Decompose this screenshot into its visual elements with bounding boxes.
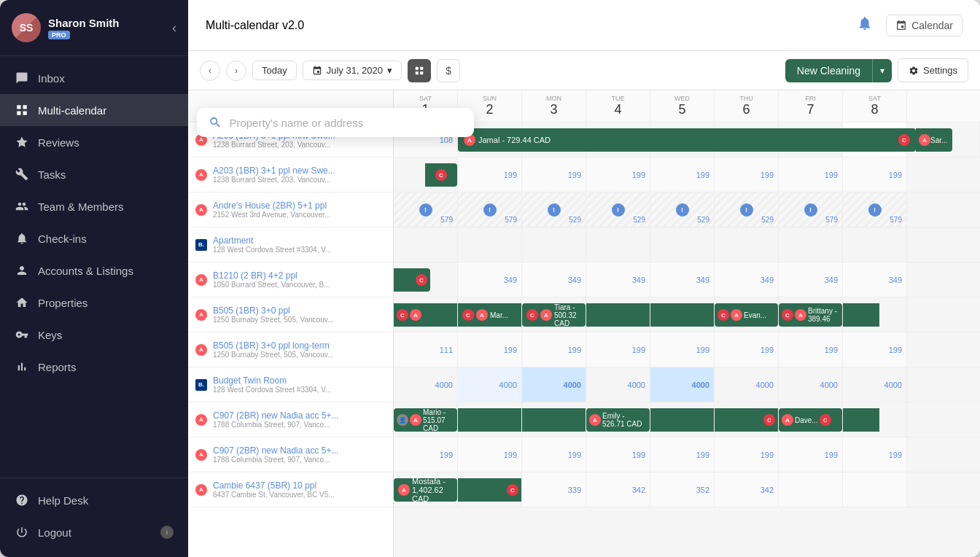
- day-cell[interactable]: 199: [586, 157, 650, 192]
- day-cell[interactable]: ! 579: [843, 192, 907, 227]
- day-cell[interactable]: 199: [650, 332, 715, 367]
- day-cell[interactable]: 4000: [779, 367, 843, 402]
- sidebar-item-reviews[interactable]: Reviews: [0, 126, 188, 158]
- dollar-view-button[interactable]: $: [437, 59, 460, 82]
- booking-bar[interactable]: C: [458, 478, 521, 502]
- booking-bar[interactable]: A Emily - 526.71 CAD: [586, 408, 650, 432]
- day-cell[interactable]: A Sar...: [916, 122, 980, 157]
- booking-bar[interactable]: 👤 A Mario - 515.07 CAD: [394, 408, 457, 432]
- day-cell[interactable]: 199: [522, 437, 586, 472]
- day-cell[interactable]: ! 529: [650, 192, 715, 227]
- day-cell[interactable]: [843, 402, 907, 437]
- search-input[interactable]: [229, 117, 462, 129]
- day-cell[interactable]: [586, 227, 650, 262]
- booking-bar-partial[interactable]: A Sar...: [916, 128, 952, 152]
- info-badge[interactable]: !: [548, 203, 561, 217]
- day-cell[interactable]: 199: [650, 157, 715, 192]
- booking-bar[interactable]: A Jamal - 729.44 CAD C: [458, 128, 916, 152]
- day-cell[interactable]: 199: [458, 332, 522, 367]
- day-cell[interactable]: A Dave... C: [779, 402, 843, 437]
- day-cell[interactable]: 199: [458, 437, 522, 472]
- day-cell[interactable]: 4000: [522, 367, 586, 402]
- day-cell[interactable]: 199: [650, 437, 715, 472]
- new-cleaning-dropdown-button[interactable]: ▾: [872, 59, 892, 82]
- booking-bar[interactable]: C: [715, 408, 778, 432]
- calendar-grid-scroll[interactable]: SAT 1 SUN 2 MON 3 TUE 4: [394, 90, 980, 557]
- info-badge[interactable]: !: [740, 203, 753, 217]
- info-badge[interactable]: !: [419, 203, 432, 217]
- sidebar-item-accounts[interactable]: Accounts & Listings: [0, 254, 188, 287]
- day-cell[interactable]: [586, 297, 650, 332]
- info-badge[interactable]: !: [868, 203, 882, 217]
- day-cell[interactable]: 342: [586, 472, 650, 507]
- booking-bar[interactable]: [650, 408, 714, 432]
- day-cell[interactable]: 349: [458, 262, 522, 297]
- sidebar-item-helpdesk[interactable]: Help Desk: [0, 484, 188, 516]
- booking-bar[interactable]: [650, 303, 714, 327]
- sidebar-item-tasks[interactable]: Tasks: [0, 158, 188, 190]
- booking-bar[interactable]: C A Mar...: [458, 303, 521, 327]
- booking-bar[interactable]: A Mostafa - 1,402.62 CAD: [394, 478, 457, 502]
- next-button[interactable]: ›: [226, 61, 246, 81]
- day-cell[interactable]: ! 579: [458, 192, 522, 227]
- day-cell[interactable]: 199: [394, 437, 458, 472]
- day-cell[interactable]: 199: [522, 157, 586, 192]
- sidebar-item-team[interactable]: Team & Members: [0, 190, 188, 222]
- day-cell[interactable]: ! 529: [522, 192, 586, 227]
- sidebar-item-inbox[interactable]: Inbox: [0, 62, 188, 94]
- day-cell[interactable]: 199: [522, 332, 586, 367]
- day-cell[interactable]: 4000: [586, 367, 650, 402]
- booking-bar[interactable]: [522, 408, 586, 432]
- booking-bar[interactable]: C A Brittany - 389.46: [779, 303, 842, 327]
- day-cell[interactable]: A Jamal - 729.44 CAD C: [843, 122, 907, 157]
- prev-button[interactable]: ‹: [200, 61, 220, 81]
- day-cell[interactable]: 199: [715, 157, 779, 192]
- settings-button[interactable]: Settings: [898, 58, 968, 82]
- day-cell[interactable]: A Mostafa - 1,402.62 CAD: [394, 472, 458, 507]
- day-cell[interactable]: 349: [650, 262, 715, 297]
- info-badge[interactable]: !: [612, 203, 625, 217]
- booking-bar[interactable]: [586, 303, 650, 327]
- day-cell[interactable]: [650, 402, 715, 437]
- day-cell[interactable]: ! 579: [779, 192, 843, 227]
- day-cell[interactable]: C: [394, 262, 458, 297]
- day-cell[interactable]: [650, 297, 715, 332]
- day-cell[interactable]: 111: [394, 332, 458, 367]
- day-cell[interactable]: 4000: [650, 367, 715, 402]
- day-cell[interactable]: 199: [779, 157, 843, 192]
- day-cell[interactable]: [779, 472, 843, 507]
- day-cell[interactable]: 349: [586, 262, 650, 297]
- day-cell[interactable]: 4000: [394, 367, 458, 402]
- day-cell[interactable]: 199: [843, 332, 907, 367]
- day-cell[interactable]: C A Mar...: [458, 297, 522, 332]
- info-badge[interactable]: !: [804, 203, 817, 217]
- day-cell[interactable]: [843, 227, 907, 262]
- day-cell[interactable]: [715, 227, 779, 262]
- day-cell[interactable]: C: [394, 157, 458, 192]
- day-cell[interactable]: 349: [715, 262, 779, 297]
- day-cell[interactable]: [650, 227, 715, 262]
- info-badge[interactable]: !: [676, 203, 689, 217]
- day-cell[interactable]: 199: [715, 332, 779, 367]
- day-cell[interactable]: 199: [715, 437, 779, 472]
- day-cell[interactable]: 199: [779, 437, 843, 472]
- day-cell[interactable]: 4000: [843, 367, 907, 402]
- booking-bar[interactable]: A Dave... C: [779, 408, 842, 432]
- info-badge[interactable]: !: [483, 203, 497, 217]
- day-cell[interactable]: ! 579: [394, 192, 458, 227]
- day-cell[interactable]: C A Evan...: [715, 297, 779, 332]
- grid-view-button[interactable]: [408, 59, 431, 82]
- booking-bar-partial[interactable]: [843, 303, 879, 327]
- day-cell[interactable]: 349: [522, 262, 586, 297]
- booking-bar[interactable]: [458, 408, 521, 432]
- day-cell[interactable]: [522, 402, 586, 437]
- calendar-view-button[interactable]: Calendar: [886, 15, 962, 36]
- day-cell[interactable]: C A Tiara - 500.32 CAD: [522, 297, 586, 332]
- day-cell[interactable]: [522, 227, 586, 262]
- day-cell[interactable]: 352: [650, 472, 715, 507]
- sidebar-item-checkins[interactable]: Check-ins: [0, 222, 188, 254]
- day-cell[interactable]: 199: [843, 157, 907, 192]
- sidebar-collapse-button[interactable]: ‹: [172, 20, 176, 36]
- day-cell[interactable]: A Emily - 526.71 CAD: [586, 402, 650, 437]
- sidebar-item-multi-calendar[interactable]: Multi-calendar: [0, 94, 188, 126]
